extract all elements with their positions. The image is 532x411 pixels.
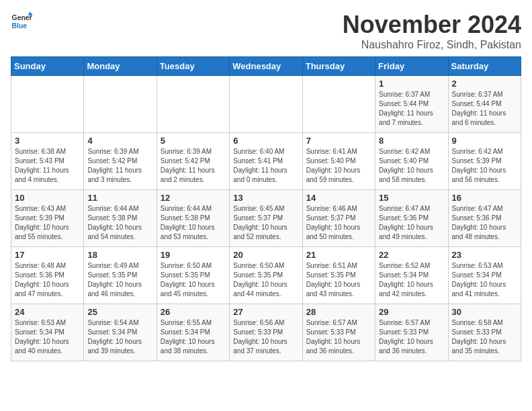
calendar-cell: 16Sunrise: 6:47 AM Sunset: 5:36 PM Dayli… (448, 190, 521, 247)
calendar-cell: 20Sunrise: 6:50 AM Sunset: 5:35 PM Dayli… (230, 247, 302, 304)
day-info: Sunrise: 6:46 AM Sunset: 5:37 PM Dayligh… (306, 204, 371, 242)
calendar-cell: 7Sunrise: 6:41 AM Sunset: 5:40 PM Daylig… (302, 133, 375, 190)
day-number: 13 (233, 193, 298, 203)
day-info: Sunrise: 6:51 AM Sunset: 5:35 PM Dayligh… (306, 261, 371, 299)
day-info: Sunrise: 6:39 AM Sunset: 5:42 PM Dayligh… (87, 147, 152, 185)
calendar-cell (157, 76, 229, 133)
day-number: 18 (87, 250, 152, 260)
day-info: Sunrise: 6:56 AM Sunset: 5:33 PM Dayligh… (233, 318, 298, 356)
svg-text:General: General (12, 14, 32, 21)
day-number: 22 (379, 250, 444, 260)
day-info: Sunrise: 6:44 AM Sunset: 5:38 PM Dayligh… (161, 204, 226, 242)
calendar-table: SundayMondayTuesdayWednesdayThursdayFrid… (11, 56, 521, 361)
calendar-cell: 19Sunrise: 6:50 AM Sunset: 5:35 PM Dayli… (157, 247, 229, 304)
calendar-cell: 9Sunrise: 6:42 AM Sunset: 5:39 PM Daylig… (448, 133, 521, 190)
day-number: 9 (452, 136, 517, 146)
header: General Blue November 2024 Naushahro Fir… (11, 11, 521, 51)
day-info: Sunrise: 6:48 AM Sunset: 5:36 PM Dayligh… (15, 261, 80, 299)
calendar-week-row: 3Sunrise: 6:38 AM Sunset: 5:43 PM Daylig… (11, 133, 521, 190)
calendar-cell: 21Sunrise: 6:51 AM Sunset: 5:35 PM Dayli… (302, 247, 375, 304)
day-number: 19 (161, 250, 226, 260)
calendar-cell: 24Sunrise: 6:53 AM Sunset: 5:34 PM Dayli… (11, 304, 84, 361)
calendar-cell: 13Sunrise: 6:45 AM Sunset: 5:37 PM Dayli… (230, 190, 302, 247)
day-info: Sunrise: 6:47 AM Sunset: 5:36 PM Dayligh… (379, 204, 444, 242)
day-number: 29 (379, 307, 444, 317)
title-section: November 2024 Naushahro Firoz, Sindh, Pa… (343, 11, 521, 51)
calendar-cell: 29Sunrise: 6:57 AM Sunset: 5:33 PM Dayli… (375, 304, 448, 361)
weekday-header: Friday (375, 57, 448, 76)
day-number: 11 (87, 193, 152, 203)
calendar-cell: 12Sunrise: 6:44 AM Sunset: 5:38 PM Dayli… (157, 190, 229, 247)
calendar-cell: 10Sunrise: 6:43 AM Sunset: 5:39 PM Dayli… (11, 190, 84, 247)
calendar-subtitle: Naushahro Firoz, Sindh, Pakistan (343, 39, 521, 51)
day-number: 30 (452, 307, 517, 317)
calendar-body: 1Sunrise: 6:37 AM Sunset: 5:44 PM Daylig… (11, 76, 521, 361)
day-info: Sunrise: 6:44 AM Sunset: 5:38 PM Dayligh… (87, 204, 152, 242)
calendar-cell: 15Sunrise: 6:47 AM Sunset: 5:36 PM Dayli… (375, 190, 448, 247)
calendar-cell: 2Sunrise: 6:37 AM Sunset: 5:44 PM Daylig… (448, 76, 521, 133)
day-info: Sunrise: 6:37 AM Sunset: 5:44 PM Dayligh… (379, 90, 444, 128)
day-number: 1 (379, 79, 444, 89)
calendar-cell: 14Sunrise: 6:46 AM Sunset: 5:37 PM Dayli… (302, 190, 375, 247)
day-number: 27 (233, 307, 298, 317)
day-number: 8 (379, 136, 444, 146)
calendar-cell: 5Sunrise: 6:39 AM Sunset: 5:42 PM Daylig… (157, 133, 229, 190)
calendar-cell (11, 76, 84, 133)
day-number: 16 (452, 193, 517, 203)
calendar-cell: 4Sunrise: 6:39 AM Sunset: 5:42 PM Daylig… (84, 133, 157, 190)
day-info: Sunrise: 6:41 AM Sunset: 5:40 PM Dayligh… (306, 147, 371, 185)
day-number: 4 (87, 136, 152, 146)
calendar-cell: 17Sunrise: 6:48 AM Sunset: 5:36 PM Dayli… (11, 247, 84, 304)
calendar-week-row: 17Sunrise: 6:48 AM Sunset: 5:36 PM Dayli… (11, 247, 521, 304)
weekday-header: Monday (84, 57, 157, 76)
calendar-cell: 30Sunrise: 6:58 AM Sunset: 5:33 PM Dayli… (448, 304, 521, 361)
calendar-cell: 28Sunrise: 6:57 AM Sunset: 5:33 PM Dayli… (302, 304, 375, 361)
day-info: Sunrise: 6:57 AM Sunset: 5:33 PM Dayligh… (379, 318, 444, 356)
day-info: Sunrise: 6:42 AM Sunset: 5:39 PM Dayligh… (452, 147, 517, 185)
day-info: Sunrise: 6:57 AM Sunset: 5:33 PM Dayligh… (306, 318, 371, 356)
day-number: 23 (452, 250, 517, 260)
svg-text:Blue: Blue (12, 22, 28, 30)
day-number: 10 (15, 193, 80, 203)
day-info: Sunrise: 6:50 AM Sunset: 5:35 PM Dayligh… (161, 261, 226, 299)
day-info: Sunrise: 6:52 AM Sunset: 5:34 PM Dayligh… (379, 261, 444, 299)
day-number: 25 (87, 307, 152, 317)
day-number: 15 (379, 193, 444, 203)
day-info: Sunrise: 6:49 AM Sunset: 5:35 PM Dayligh… (87, 261, 152, 299)
day-number: 5 (161, 136, 226, 146)
day-info: Sunrise: 6:55 AM Sunset: 5:34 PM Dayligh… (161, 318, 226, 356)
calendar-cell: 11Sunrise: 6:44 AM Sunset: 5:38 PM Dayli… (84, 190, 157, 247)
day-info: Sunrise: 6:47 AM Sunset: 5:36 PM Dayligh… (452, 204, 517, 242)
calendar-cell (302, 76, 375, 133)
calendar-cell: 22Sunrise: 6:52 AM Sunset: 5:34 PM Dayli… (375, 247, 448, 304)
day-number: 7 (306, 136, 371, 146)
calendar-cell: 6Sunrise: 6:40 AM Sunset: 5:41 PM Daylig… (230, 133, 302, 190)
day-info: Sunrise: 6:38 AM Sunset: 5:43 PM Dayligh… (15, 147, 80, 185)
calendar-cell: 23Sunrise: 6:53 AM Sunset: 5:34 PM Dayli… (448, 247, 521, 304)
day-number: 20 (233, 250, 298, 260)
calendar-week-row: 10Sunrise: 6:43 AM Sunset: 5:39 PM Dayli… (11, 190, 521, 247)
weekday-header: Wednesday (230, 57, 302, 76)
day-info: Sunrise: 6:42 AM Sunset: 5:40 PM Dayligh… (379, 147, 444, 185)
day-number: 17 (15, 250, 80, 260)
day-info: Sunrise: 6:53 AM Sunset: 5:34 PM Dayligh… (15, 318, 80, 356)
day-number: 2 (452, 79, 517, 89)
day-info: Sunrise: 6:43 AM Sunset: 5:39 PM Dayligh… (15, 204, 80, 242)
logo: General Blue (11, 11, 32, 32)
calendar-cell: 1Sunrise: 6:37 AM Sunset: 5:44 PM Daylig… (375, 76, 448, 133)
calendar-cell: 25Sunrise: 6:54 AM Sunset: 5:34 PM Dayli… (84, 304, 157, 361)
calendar-cell: 26Sunrise: 6:55 AM Sunset: 5:34 PM Dayli… (157, 304, 229, 361)
weekday-header: Sunday (11, 57, 84, 76)
weekday-header: Tuesday (157, 57, 229, 76)
day-info: Sunrise: 6:50 AM Sunset: 5:35 PM Dayligh… (233, 261, 298, 299)
weekday-header: Saturday (448, 57, 521, 76)
calendar-cell: 8Sunrise: 6:42 AM Sunset: 5:40 PM Daylig… (375, 133, 448, 190)
logo-icon: General Blue (11, 11, 32, 32)
day-number: 14 (306, 193, 371, 203)
day-number: 24 (15, 307, 80, 317)
calendar-cell (230, 76, 302, 133)
calendar-cell: 18Sunrise: 6:49 AM Sunset: 5:35 PM Dayli… (84, 247, 157, 304)
weekday-header: Thursday (302, 57, 375, 76)
day-number: 26 (161, 307, 226, 317)
day-info: Sunrise: 6:53 AM Sunset: 5:34 PM Dayligh… (452, 261, 517, 299)
